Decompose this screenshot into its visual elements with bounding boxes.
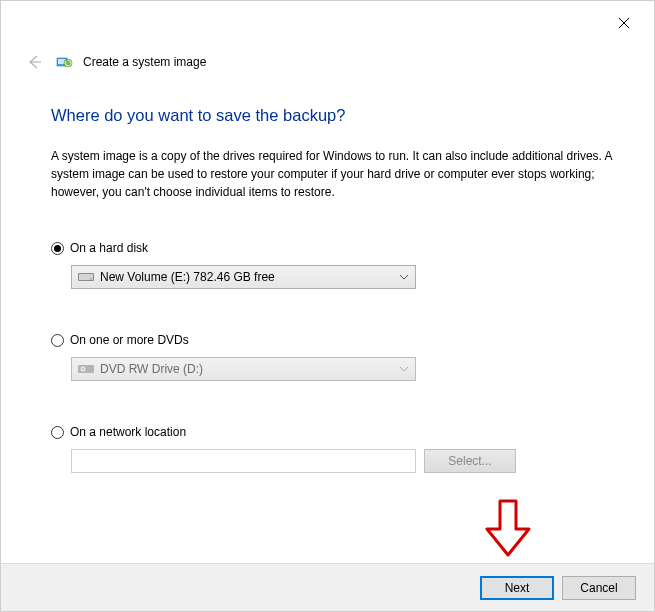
close-button[interactable] bbox=[616, 15, 632, 31]
select-button: Select... bbox=[424, 449, 516, 473]
hard-drive-icon bbox=[78, 271, 94, 283]
header: Create a system image bbox=[23, 51, 634, 73]
dropdown-hard-disk[interactable]: New Volume (E:) 782.46 GB free bbox=[71, 265, 416, 289]
option-hard-disk: On a hard disk New Volume (E:) 782.46 GB… bbox=[51, 241, 614, 289]
option-dvd: On one or more DVDs DVD RW Drive (D:) bbox=[51, 333, 614, 381]
label-hard-disk[interactable]: On a hard disk bbox=[70, 241, 148, 255]
system-image-icon bbox=[55, 53, 73, 71]
back-arrow-icon bbox=[25, 53, 43, 71]
label-network[interactable]: On a network location bbox=[70, 425, 186, 439]
radio-hard-disk[interactable] bbox=[51, 242, 64, 255]
radio-network[interactable] bbox=[51, 426, 64, 439]
dropdown-dvd-value: DVD RW Drive (D:) bbox=[100, 362, 203, 376]
cancel-button[interactable]: Cancel bbox=[562, 576, 636, 600]
question-heading: Where do you want to save the backup? bbox=[51, 106, 614, 125]
content: Where do you want to save the backup? A … bbox=[51, 96, 614, 517]
label-dvd[interactable]: On one or more DVDs bbox=[70, 333, 189, 347]
titlebar bbox=[1, 1, 654, 41]
next-button[interactable]: Next bbox=[480, 576, 554, 600]
svg-point-8 bbox=[90, 278, 92, 280]
page-title: Create a system image bbox=[83, 55, 206, 69]
back-button[interactable] bbox=[23, 51, 45, 73]
close-icon bbox=[618, 17, 630, 29]
description-text: A system image is a copy of the drives r… bbox=[51, 147, 614, 201]
svg-point-11 bbox=[82, 368, 84, 370]
dvd-drive-icon bbox=[78, 363, 94, 375]
radio-dvd[interactable] bbox=[51, 334, 64, 347]
chevron-down-icon bbox=[399, 274, 409, 280]
footer: Next Cancel bbox=[1, 563, 654, 611]
option-network: On a network location Select... bbox=[51, 425, 614, 473]
network-path-field[interactable] bbox=[71, 449, 416, 473]
chevron-down-icon bbox=[399, 366, 409, 372]
dropdown-dvd[interactable]: DVD RW Drive (D:) bbox=[71, 357, 416, 381]
dropdown-hard-disk-value: New Volume (E:) 782.46 GB free bbox=[100, 270, 275, 284]
